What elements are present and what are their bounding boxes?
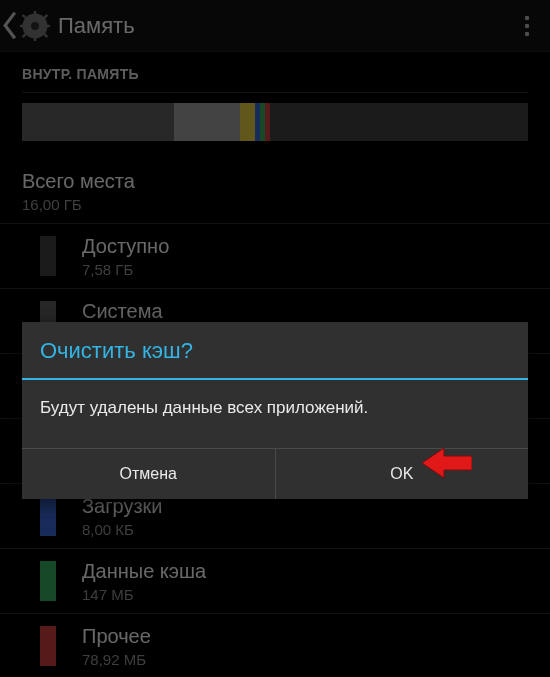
- dialog-button-bar: Отмена OK: [22, 448, 528, 499]
- dialog-body: Будут удалены данные всех приложений.: [22, 380, 528, 448]
- row-total: Всего места 16,00 ГБ: [0, 159, 550, 223]
- svg-rect-3: [34, 36, 37, 41]
- row-value: 7,58 ГБ: [82, 261, 169, 278]
- back-icon[interactable]: [2, 0, 18, 51]
- row-label: Прочее: [82, 624, 151, 649]
- dialog-title: Очистить кэш?: [22, 322, 528, 378]
- row-label: Данные кэша: [82, 559, 206, 584]
- row-value: 78,92 МБ: [82, 651, 151, 668]
- storage-segment-apps: [174, 103, 240, 141]
- row-value: 8,00 КБ: [82, 521, 163, 538]
- action-bar: Память: [0, 0, 550, 52]
- dialog-clear-cache: Очистить кэш? Будут удалены данные всех …: [22, 322, 528, 499]
- settings-icon[interactable]: [18, 9, 52, 43]
- storage-bar: [0, 93, 550, 159]
- storage-row[interactable]: Данные кэша147 МБ: [0, 549, 550, 613]
- total-label: Всего места: [22, 169, 135, 194]
- storage-row[interactable]: Прочее78,92 МБ: [0, 614, 550, 677]
- page-title: Память: [58, 13, 518, 39]
- color-swatch: [40, 496, 56, 536]
- storage-row[interactable]: Доступно7,58 ГБ: [0, 224, 550, 288]
- svg-rect-5: [45, 24, 50, 27]
- color-swatch: [40, 236, 56, 276]
- svg-rect-4: [20, 24, 25, 27]
- storage-segment-misc: [265, 103, 270, 141]
- section-header-internal-storage: ВНУТР. ПАМЯТЬ: [0, 52, 550, 92]
- total-value: 16,00 ГБ: [22, 196, 135, 213]
- svg-point-1: [31, 22, 39, 30]
- row-label: Система: [82, 299, 163, 324]
- storage-segment-system: [22, 103, 174, 141]
- color-swatch: [40, 626, 56, 666]
- row-label: Доступно: [82, 234, 169, 259]
- row-value: 147 МБ: [82, 586, 206, 603]
- color-swatch: [40, 561, 56, 601]
- storage-segment-pictures: [240, 103, 255, 141]
- overflow-menu-icon[interactable]: [518, 0, 544, 51]
- cancel-button[interactable]: Отмена: [22, 449, 275, 499]
- svg-rect-2: [34, 11, 37, 16]
- ok-button[interactable]: OK: [275, 449, 529, 499]
